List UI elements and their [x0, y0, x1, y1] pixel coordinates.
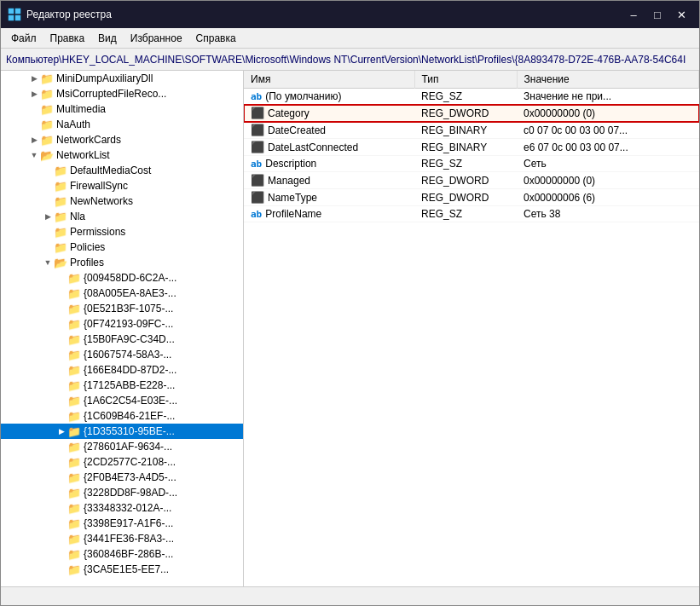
list-item[interactable]: ▶ 📁 {16067574-58A3-...	[1, 347, 243, 362]
folder-icon: 📁	[67, 287, 81, 299]
tree-node-label: {278601AF-9634-...	[84, 441, 172, 453]
list-item[interactable]: ▶ 📁 {3228DD8F-98AD-...	[1, 485, 243, 500]
registry-entry-value: Значение не при...	[517, 89, 699, 105]
folder-icon: 📁	[67, 425, 81, 437]
string-value-icon: ab	[251, 159, 262, 170]
list-item[interactable]: ▶ 📁 {166E84DD-87D2-...	[1, 362, 243, 378]
binary-icon: ⬛	[251, 141, 264, 153]
list-item[interactable]: ▶ 📁 {2CD2577C-2108-...	[1, 454, 243, 470]
tree-node-label: {009458DD-6C2A-...	[84, 272, 176, 284]
close-button[interactable]: ✕	[670, 6, 692, 23]
folder-icon: 📁	[67, 333, 81, 345]
list-item[interactable]: ▶ 📁 NaAuth	[1, 117, 243, 132]
tree-node-label: DefaultMediaCost	[70, 164, 151, 176]
tree-node-label: Nla	[70, 211, 85, 222]
menu-edit[interactable]: Правка	[43, 31, 92, 46]
list-item[interactable]: ▶ 📁 Multimedia	[1, 101, 243, 117]
list-item[interactable]: ▶ 📁 FirewallSync	[1, 178, 243, 193]
registry-entry-type: REG_SZ	[414, 206, 517, 222]
list-item[interactable]: ▶ 📁 {0E521B3F-1075-...	[1, 301, 243, 316]
window-controls: – □ ✕	[622, 6, 692, 23]
list-item[interactable]: ▶ 📁 Policies	[1, 240, 243, 255]
list-item[interactable]: ▶ 📁 {278601AF-9634-...	[1, 439, 243, 454]
registry-entry-name: abProfileName	[244, 206, 414, 222]
tree-node-label: NetworkList	[56, 149, 110, 161]
binary-icon: ⬛	[251, 124, 264, 136]
tree-node-label: MsiCorruptedFileReco...	[56, 88, 166, 100]
list-item[interactable]: ▶ 📁 {1C609B46-21EF-...	[1, 408, 243, 424]
list-item[interactable]: ▶ 📁 Nla	[1, 209, 243, 224]
expand-arrow: ▶	[55, 287, 67, 299]
list-item[interactable]: ▶ 📁 {0F742193-09FC-...	[1, 316, 243, 332]
table-row[interactable]: abProfileNameREG_SZСеть 38	[244, 206, 699, 222]
sidebar-item-permissions[interactable]: ▶ 📁 Permissions	[1, 224, 243, 240]
minimize-button[interactable]: –	[622, 6, 645, 23]
tree-node-label: FirewallSync	[70, 180, 128, 192]
registry-entry-value: e6 07 0c 00 03 00 07...	[517, 139, 699, 156]
table-row[interactable]: ab(По умолчанию)REG_SZЗначение не при...	[244, 89, 699, 105]
address-bar: Компьютер\HKEY_LOCAL_MACHINE\SOFTWARE\Mi…	[1, 49, 699, 71]
list-item[interactable]: ▶ 📁 MiniDumpAuxiliaryDll	[1, 71, 243, 86]
entry-name-text: Category	[268, 107, 310, 119]
list-item[interactable]: ▶ 📁 {33348332-012A-...	[1, 500, 243, 516]
list-item[interactable]: ▶ 📁 {3CA5E1E5-EE7...	[1, 562, 243, 577]
tree-panel[interactable]: ▶ 📁 MiniDumpAuxiliaryDll ▶ 📁 MsiCorrupte…	[1, 71, 244, 586]
folder-icon: 📁	[67, 487, 81, 499]
folder-icon: 📂	[54, 257, 67, 268]
table-row[interactable]: ⬛CategoryREG_DWORD0x00000000 (0)	[244, 105, 699, 122]
table-row[interactable]: ⬛DateLastConnectedREG_BINARYe6 07 0c 00 …	[244, 139, 699, 156]
entry-name-text: ProfileName	[265, 208, 321, 220]
menu-view[interactable]: Вид	[91, 31, 124, 46]
expand-arrow: ▶	[42, 211, 54, 222]
menu-file[interactable]: Файл	[4, 31, 43, 46]
list-item[interactable]: ▶ 📁 {1A6C2C54-E03E-...	[1, 393, 243, 408]
list-item[interactable]: ▶ 📁 {3441FE36-F8A3-...	[1, 531, 243, 546]
expand-arrow: ▶	[28, 88, 40, 100]
registry-values-panel[interactable]: Имя Тип Значение ab(По умолчанию)REG_SZЗ…	[244, 71, 699, 586]
folder-icon: 📁	[67, 502, 81, 514]
folder-icon: 📁	[40, 118, 54, 130]
svg-rect-1	[15, 9, 20, 14]
table-row[interactable]: ⬛ManagedREG_DWORD0x00000000 (0)	[244, 172, 699, 189]
list-item[interactable]: ▶ 📁 {360846BF-286B-...	[1, 546, 243, 562]
list-item[interactable]: ▶ 📁 DefaultMediaCost	[1, 163, 243, 178]
table-row[interactable]: ⬛DateCreatedREG_BINARYc0 07 0c 00 03 00 …	[244, 122, 699, 139]
folder-icon: 📁	[67, 548, 81, 560]
list-item[interactable]: ▶ 📁 {15B0FA9C-C34D...	[1, 332, 243, 347]
expand-arrow: ▼	[42, 257, 54, 268]
expand-arrow: ▶	[55, 548, 67, 560]
tree-node-label: {3398E917-A1F6-...	[84, 517, 173, 529]
expand-arrow: ▶	[55, 395, 67, 407]
list-item[interactable]: ▶ 📁 {3398E917-A1F6-...	[1, 516, 243, 531]
expand-arrow: ▶	[55, 487, 67, 499]
main-content: ▶ 📁 MiniDumpAuxiliaryDll ▶ 📁 MsiCorrupte…	[1, 71, 699, 586]
folder-icon: 📂	[40, 149, 54, 161]
tree-node-label: {360846BF-286B-...	[84, 548, 173, 560]
registry-entry-name: ⬛Managed	[244, 172, 414, 189]
expand-arrow: ▶	[55, 471, 67, 483]
menu-help[interactable]: Справка	[189, 31, 243, 46]
list-item[interactable]: ▶ 📁 {1D355310-95BE-...	[1, 424, 243, 439]
table-row[interactable]: ⬛NameTypeREG_DWORD0x00000006 (6)	[244, 189, 699, 206]
menu-favorites[interactable]: Избранное	[124, 31, 189, 46]
expand-arrow: ▶	[55, 533, 67, 545]
list-item[interactable]: ▼ 📂 NetworkList	[1, 147, 243, 163]
entry-name-text: Description	[265, 158, 316, 170]
list-item[interactable]: ▶ 📁 {009458DD-6C2A-...	[1, 270, 243, 286]
tree-node-label: NetworkCards	[56, 134, 121, 146]
list-item[interactable]: ▶ 📁 NewNetworks	[1, 193, 243, 209]
table-row[interactable]: abDescriptionREG_SZСеть	[244, 156, 699, 172]
registry-entry-value: Сеть 38	[517, 206, 699, 222]
expand-arrow: ▶	[55, 333, 67, 345]
list-item[interactable]: ▶ 📁 {08A005EA-8AE3-...	[1, 286, 243, 301]
maximize-button[interactable]: □	[646, 6, 668, 23]
string-value-icon: ab	[251, 209, 262, 220]
list-item[interactable]: ▶ 📁 NetworkCards	[1, 132, 243, 147]
folder-icon: 📁	[54, 195, 67, 207]
list-item[interactable]: ▶ 📁 {17125ABB-E228-...	[1, 378, 243, 393]
dword-icon: ⬛	[251, 174, 264, 187]
list-item[interactable]: ▶ 📁 MsiCorruptedFileReco...	[1, 86, 243, 101]
expand-arrow: ▶	[55, 272, 67, 284]
list-item[interactable]: ▶ 📁 {2F0B4E73-A4D5-...	[1, 470, 243, 485]
sidebar-item-profiles[interactable]: ▼ 📂 Profiles	[1, 255, 243, 270]
